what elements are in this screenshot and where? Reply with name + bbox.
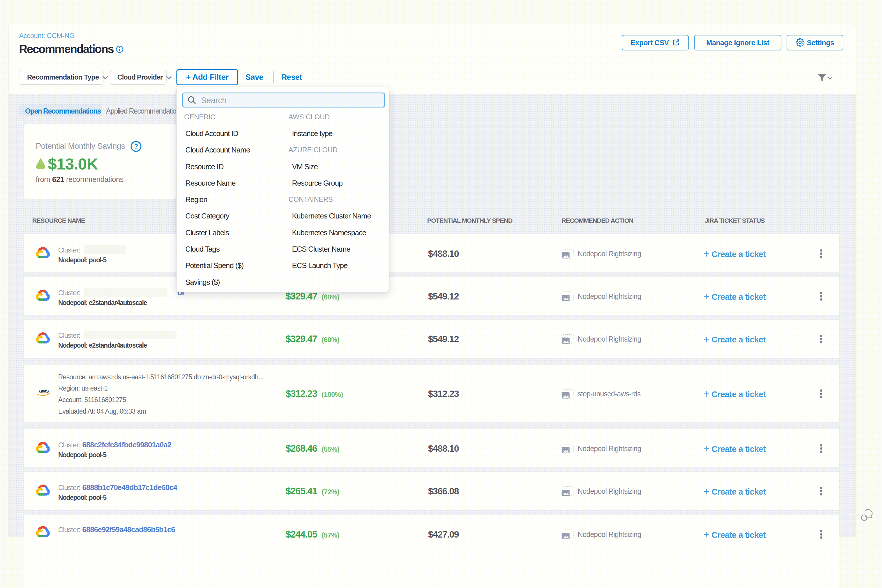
svg-text:?: ?	[134, 142, 138, 150]
